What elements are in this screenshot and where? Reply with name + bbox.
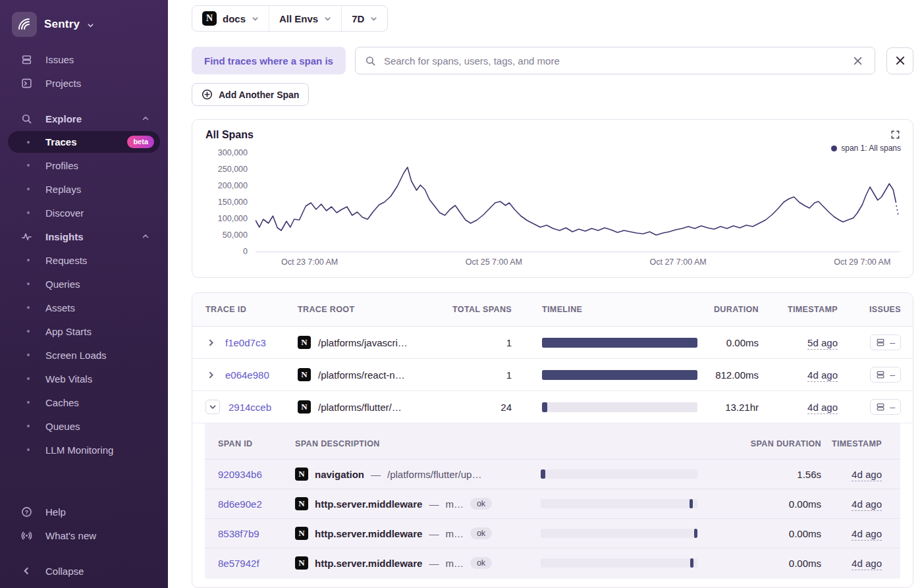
legend-dot-icon bbox=[831, 146, 837, 151]
duration: 13.21hr bbox=[690, 402, 759, 413]
sidebar-item-assets[interactable]: Assets bbox=[0, 296, 168, 319]
span-id-link[interactable]: 8538f7b9 bbox=[218, 528, 259, 539]
chevron-down-icon bbox=[87, 22, 94, 29]
chart-legend[interactable]: span 1: All spans bbox=[831, 144, 901, 153]
project-selector[interactable]: N docs bbox=[192, 6, 269, 31]
sidebar-item-llm-monitoring[interactable]: LLM Monitoring bbox=[0, 438, 168, 462]
sidebar-item-projects[interactable]: Projects bbox=[0, 71, 168, 95]
bullet-icon bbox=[27, 377, 30, 380]
sidebar-item-label: Projects bbox=[45, 78, 81, 89]
sidebar-item-requests[interactable]: Requests bbox=[0, 248, 168, 272]
expand-row-icon[interactable] bbox=[205, 369, 217, 381]
span-row[interactable]: 8538f7b9 N http.server.middleware — m… o… bbox=[205, 519, 900, 548]
project-logo-icon: N bbox=[298, 336, 311, 349]
sidebar-item-issues[interactable]: Issues bbox=[0, 47, 168, 71]
all-spans-chart-card: All Spans span 1: All spans 300,000 250,… bbox=[192, 119, 913, 278]
duration: 0.00ms bbox=[690, 337, 759, 348]
sidebar-collapse-button[interactable]: Collapse bbox=[0, 559, 168, 583]
sidebar-item-caches[interactable]: Caches bbox=[0, 390, 168, 414]
expand-row-icon[interactable] bbox=[205, 337, 217, 348]
bullet-icon bbox=[27, 354, 30, 356]
sidebar-item-web-vitals[interactable]: Web Vitals bbox=[0, 367, 168, 390]
broadcast-icon bbox=[20, 529, 32, 541]
spans-line-chart[interactable] bbox=[256, 153, 900, 252]
date-range-selector[interactable]: 7D bbox=[341, 6, 387, 31]
timestamp[interactable]: 4d ago bbox=[807, 369, 838, 382]
trace-id-link[interactable]: 2914cceb bbox=[229, 402, 271, 413]
sidebar: Sentry Issues Projects Explore Traces bbox=[0, 0, 168, 588]
issues-empty: – bbox=[890, 337, 895, 348]
sidebar-item-label: Requests bbox=[45, 255, 87, 266]
search-input[interactable] bbox=[383, 55, 844, 67]
trace-root: /platforms/flutter/… bbox=[318, 402, 402, 413]
span-row[interactable]: 8e57942f N http.server.middleware — m… o… bbox=[205, 548, 900, 577]
span-timeline-bar bbox=[541, 558, 697, 568]
table-row[interactable]: 2914cceb N /platforms/flutter/… 24 13.21… bbox=[192, 391, 913, 423]
sidebar-section-explore[interactable]: Explore bbox=[0, 107, 168, 130]
timeline-bar bbox=[542, 402, 697, 412]
sidebar-item-traces[interactable]: Traces beta bbox=[8, 131, 160, 153]
issues-count-button[interactable]: – bbox=[870, 367, 901, 383]
duration: 812.00ms bbox=[690, 369, 759, 381]
sidebar-item-discover[interactable]: Discover bbox=[0, 201, 168, 225]
timeline-bar bbox=[542, 338, 697, 348]
sentry-logo-icon bbox=[12, 12, 37, 37]
x-axis-labels: Oct 23 7:00 AM Oct 25 7:00 AM Oct 27 7:0… bbox=[256, 257, 900, 271]
span-id-link[interactable]: 920934b6 bbox=[218, 469, 262, 480]
chevron-left-icon bbox=[20, 565, 32, 577]
timestamp[interactable]: 4d ago bbox=[852, 558, 882, 570]
timestamp[interactable]: 5d ago bbox=[807, 337, 838, 350]
span-filter-chip[interactable]: Find traces where a span is bbox=[192, 47, 346, 74]
org-switcher[interactable]: Sentry bbox=[0, 8, 168, 47]
sidebar-item-profiles[interactable]: Profiles bbox=[0, 153, 168, 177]
plus-circle-icon bbox=[202, 89, 213, 100]
span-timeline-bar bbox=[541, 499, 697, 508]
span-duration: 0.00ms bbox=[697, 528, 821, 539]
span-row[interactable]: 920934b6 N navigation — /platforms/flutt… bbox=[205, 460, 900, 489]
timestamp[interactable]: 4d ago bbox=[852, 528, 882, 541]
col-issues: ISSUES bbox=[838, 305, 901, 314]
span-search-box bbox=[355, 47, 875, 74]
close-span-filter-button[interactable] bbox=[886, 47, 913, 74]
timestamp[interactable]: 4d ago bbox=[852, 498, 882, 511]
issues-count-button[interactable]: – bbox=[870, 334, 901, 350]
bullet-icon bbox=[27, 164, 30, 167]
status-badge: ok bbox=[470, 498, 492, 510]
span-row[interactable]: 8d6e90e2 N http.server.middleware — m… o… bbox=[205, 489, 900, 519]
total-spans: 1 bbox=[452, 337, 512, 348]
span-id-link[interactable]: 8d6e90e2 bbox=[218, 498, 262, 510]
trace-id-link[interactable]: f1e0d7c3 bbox=[225, 337, 266, 348]
trace-root: /platforms/react-n… bbox=[318, 369, 405, 381]
span-description: m… bbox=[445, 498, 464, 510]
sidebar-item-help[interactable]: ? Help bbox=[0, 500, 168, 523]
sidebar-item-replays[interactable]: Replays bbox=[0, 177, 168, 201]
pulse-icon bbox=[20, 230, 32, 242]
table-row[interactable]: e064e980 N /platforms/react-n… 1 812.00m… bbox=[192, 359, 913, 391]
sidebar-section-insights[interactable]: Insights bbox=[0, 225, 168, 248]
main-content: N docs All Envs 7D Find traces where a s… bbox=[168, 0, 922, 588]
sidebar-item-app-starts[interactable]: App Starts bbox=[0, 319, 168, 343]
span-op: http.server.middleware bbox=[315, 558, 422, 569]
timestamp[interactable]: 4d ago bbox=[852, 469, 882, 481]
environment-selector[interactable]: All Envs bbox=[269, 6, 341, 31]
sidebar-item-whats-new[interactable]: What's new bbox=[0, 523, 168, 547]
sidebar-item-queries[interactable]: Queries bbox=[0, 272, 168, 296]
add-another-span-button[interactable]: Add Another Span bbox=[192, 83, 309, 106]
sidebar-item-queues[interactable]: Queues bbox=[0, 414, 168, 438]
projects-icon bbox=[20, 77, 32, 89]
sidebar-item-screen-loads[interactable]: Screen Loads bbox=[0, 343, 168, 367]
issues-count-button[interactable]: – bbox=[870, 399, 901, 415]
chevron-down-icon bbox=[324, 15, 331, 22]
y-tick: 150,000 bbox=[218, 198, 248, 207]
clear-search-icon[interactable] bbox=[850, 53, 865, 68]
trace-id-link[interactable]: e064e980 bbox=[225, 369, 269, 381]
collapse-row-icon[interactable] bbox=[205, 400, 220, 414]
table-row[interactable]: f1e0d7c3 N /platforms/javascri… 1 0.00ms… bbox=[192, 327, 913, 359]
timeline-bar bbox=[542, 370, 697, 380]
span-op: http.server.middleware bbox=[315, 498, 422, 510]
bullet-icon bbox=[27, 330, 30, 333]
sidebar-item-label: Queues bbox=[45, 421, 80, 432]
span-id-link[interactable]: 8e57942f bbox=[218, 558, 259, 569]
timestamp[interactable]: 4d ago bbox=[807, 402, 838, 414]
expand-chart-button[interactable] bbox=[889, 128, 902, 143]
